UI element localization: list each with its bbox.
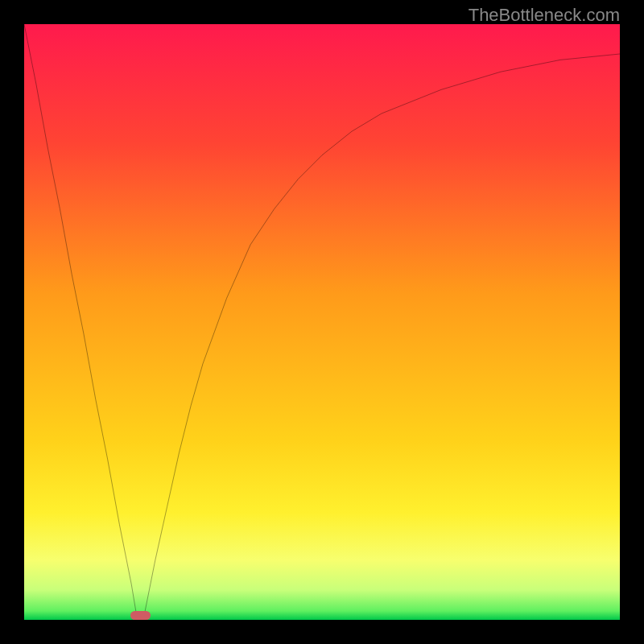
optimal-point-marker <box>130 611 151 620</box>
bottleneck-curve <box>24 24 620 620</box>
attribution-text: TheBottleneck.com <box>469 5 620 26</box>
chart-frame: TheBottleneck.com <box>0 0 644 644</box>
plot-area <box>24 24 620 620</box>
